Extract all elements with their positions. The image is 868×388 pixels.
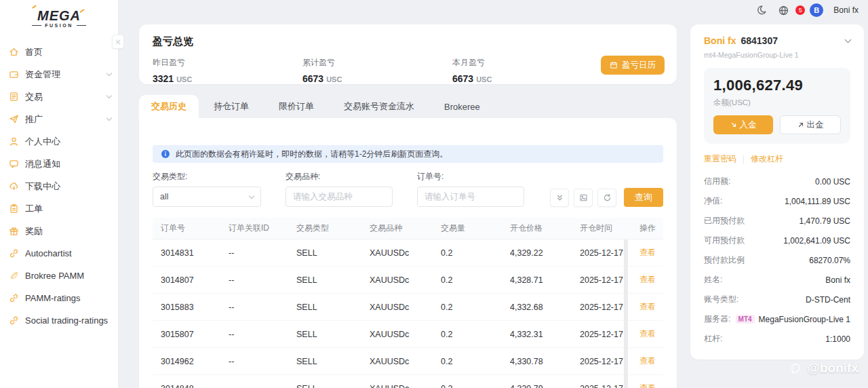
- table-row: 3014831 -- SELL XAUUSDc 0.2 4,329.22 202…: [153, 239, 663, 267]
- sidebar: MEGA FUSION 首页 资金管理 交易 推广: [0, 0, 119, 388]
- chevron-down-icon: [106, 71, 112, 76]
- expand-filters-button[interactable]: [550, 189, 569, 207]
- detail-used-margin: 已用预付款 1,470.79 USC: [704, 211, 850, 231]
- account-number: 6841307: [741, 35, 778, 46]
- watermark-handle: @bonifx: [807, 361, 859, 376]
- chevron-down-icon: [249, 193, 254, 198]
- symbol-input[interactable]: [285, 187, 393, 207]
- withdraw-button[interactable]: 出金: [780, 115, 841, 134]
- sidebar-item-funds[interactable]: 资金管理: [0, 63, 118, 85]
- chevron-down-icon: [106, 93, 112, 98]
- view-order-link[interactable]: 查看: [630, 355, 664, 367]
- stat-month-pnl: 本月盈亏 6673USC: [452, 57, 602, 84]
- avatar[interactable]: B: [810, 3, 823, 17]
- info-icon: [161, 149, 170, 159]
- stat-total-pnl: 累计盈亏 6673USC: [302, 57, 452, 84]
- reward-icon: [9, 226, 19, 236]
- chevron-down-icon: [106, 115, 112, 121]
- sidebar-item-label: Social trading-ratings: [25, 315, 111, 326]
- detail-equity: 净值: 1,004,111.89 USC: [704, 191, 850, 211]
- user-name[interactable]: Boni fx: [833, 5, 859, 15]
- balance-card: 1,006,627.49 余额(USC) 入金 出金: [704, 68, 850, 144]
- filter-bar: 交易类型: all 交易品种: 订单号:: [153, 171, 663, 207]
- view-order-link[interactable]: 查看: [630, 301, 664, 313]
- detail-leverage: 杠杆: 1:1000: [704, 329, 850, 349]
- tab-brokeree[interactable]: Brokeree: [429, 95, 495, 118]
- tab-trade-history[interactable]: 交易历史: [139, 95, 199, 118]
- mail-badge: 5: [795, 5, 805, 15]
- sidebar-item-tickets[interactable]: 工单: [0, 197, 118, 220]
- sidebar-item-label: 消息通知: [25, 158, 111, 170]
- sidebar-item-trade[interactable]: 交易: [0, 85, 118, 108]
- language-globe-icon[interactable]: [778, 5, 789, 16]
- page-title: 盈亏总览: [153, 35, 663, 48]
- watermark: @bonifx: [790, 361, 859, 376]
- sidebar-item-brokree-pamm[interactable]: Brokree PAMM: [0, 265, 118, 287]
- account-header[interactable]: Boni fx 6841307: [704, 35, 850, 46]
- trade-history-panel: 此页面的数据会有稍许延时，即时的数据，请稍等1-2分钟后刷新页面查询。 交易类型…: [139, 118, 677, 388]
- view-order-link[interactable]: 查看: [630, 328, 664, 340]
- sidebar-item-social-trading-ratings[interactable]: Social trading-ratings: [0, 309, 118, 332]
- pnl-calendar-button[interactable]: 盈亏日历: [601, 56, 665, 75]
- orders-table: 订单号 订单关联ID 交易类型 交易品种 交易量 开仓价格 开仓时间 操作 30…: [153, 218, 663, 388]
- logo-spark-icon: [32, 5, 37, 9]
- sidebar-item-label: 资金管理: [25, 69, 101, 81]
- table-row: 3014962 -- SELL XAUUSDc 0.2 4,330.78 202…: [153, 348, 663, 375]
- export-icon[interactable]: [574, 189, 593, 207]
- trade-type-select[interactable]: all: [153, 187, 261, 207]
- change-leverage-link[interactable]: 修改杠杆: [751, 153, 783, 165]
- sidebar-item-label: PAMM-ratings: [25, 293, 111, 303]
- message-icon: [9, 159, 19, 169]
- order-number-input[interactable]: [417, 187, 524, 207]
- sidebar-item-label: 交易: [25, 91, 101, 103]
- chevron-down-icon: [845, 37, 852, 43]
- refresh-icon[interactable]: [597, 189, 616, 207]
- view-order-link[interactable]: 查看: [630, 383, 664, 388]
- sidebar-item-autochartist[interactable]: Autochartist: [0, 242, 118, 265]
- sidebar-item-home[interactable]: 首页: [0, 41, 118, 63]
- balance-value: 1,006,627.49: [713, 77, 841, 94]
- sidebar-item-label: Autochartist: [25, 248, 111, 258]
- query-button[interactable]: 查询: [624, 188, 663, 207]
- main-content: 盈亏总览 昨日盈亏 3321USC 累计盈亏 6673USC 本月盈亏 6673…: [139, 24, 677, 388]
- filter-order-number: 订单号:: [417, 171, 524, 207]
- sidebar-item-label: 推广: [25, 113, 101, 125]
- sidebar-item-pamm-ratings[interactable]: PAMM-ratings: [0, 287, 118, 309]
- detail-free-margin: 可用预付款 1,002,641.09 USC: [704, 231, 850, 250]
- sidebar-item-label: 奖励: [25, 225, 111, 237]
- filter-label: 交易类型:: [153, 171, 261, 182]
- sidebar-item-messages[interactable]: 消息通知: [0, 153, 118, 175]
- select-value: all: [160, 192, 169, 201]
- view-order-link[interactable]: 查看: [630, 274, 664, 286]
- topbar: 5 B Boni fx: [119, 0, 868, 20]
- link-icon: [9, 293, 19, 303]
- sidebar-menu: 首页 资金管理 交易 推广 个人中心 消息通知 下载中心: [0, 41, 118, 332]
- table-header-row: 订单号 订单关联ID 交易类型 交易品种 交易量 开仓价格 开仓时间 操作: [153, 218, 663, 239]
- sidebar-item-rewards[interactable]: 奖励: [0, 220, 118, 242]
- logo-text-bottom: FUSION: [32, 23, 85, 28]
- logo-line: [77, 25, 86, 26]
- withdraw-arrow-icon: [797, 121, 804, 128]
- sidebar-item-profile[interactable]: 个人中心: [0, 130, 118, 153]
- tab-limit-orders[interactable]: 限价订单: [264, 95, 329, 118]
- sidebar-item-promotion[interactable]: 推广: [0, 108, 118, 130]
- filter-symbol: 交易品种:: [285, 171, 393, 207]
- dark-mode-icon[interactable]: [756, 5, 768, 16]
- delay-notice-banner: 此页面的数据会有稍许延时，即时的数据，请稍等1-2分钟后刷新页面查询。: [153, 145, 663, 163]
- calendar-icon: [610, 61, 618, 69]
- tab-account-flow[interactable]: 交易账号资金流水: [329, 95, 429, 118]
- sidebar-collapse-button[interactable]: [112, 35, 124, 49]
- account-details: 信用额: 0.00 USC 净值: 1,004,111.89 USC 已用预付款…: [704, 172, 850, 349]
- tab-open-orders[interactable]: 持仓订单: [199, 95, 264, 118]
- table-row: 3015807 -- SELL XAUUSDc 0.2 4,332.31 202…: [153, 321, 663, 348]
- table-row: 3014807 -- SELL XAUUSDc 0.2 4,328.71 202…: [153, 267, 663, 294]
- mt4-badge: MT4: [736, 315, 755, 324]
- deposit-button[interactable]: 入金: [713, 115, 773, 134]
- detail-account-type: 账号类型: D-STD-Cent: [704, 290, 850, 309]
- deposit-arrow-icon: [730, 121, 737, 128]
- view-order-link[interactable]: 查看: [630, 247, 664, 258]
- app-logo: MEGA FUSION: [0, 0, 118, 31]
- table-scrollbar[interactable]: [624, 239, 628, 388]
- reset-password-link[interactable]: 重置密码: [704, 153, 736, 165]
- sidebar-item-downloads[interactable]: 下载中心: [0, 175, 118, 197]
